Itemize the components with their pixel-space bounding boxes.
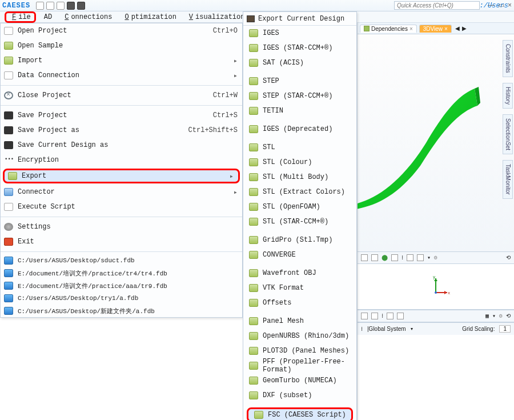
menu-label: Close Project bbox=[18, 91, 213, 99]
export-item[interactable]: STEP bbox=[243, 74, 356, 89]
save-icon bbox=[4, 111, 13, 119]
export-item[interactable]: STL (STAR-CCM+®) bbox=[243, 214, 356, 229]
menu-open-sample[interactable]: Open Sample bbox=[1, 38, 242, 53]
recent-files-list: C:/Users/ASUS/Desktop/sduct.fdb E:/docum… bbox=[1, 254, 242, 317]
recent-file-label: C:/Users/ASUS/Desktop/sduct.fdb bbox=[18, 257, 238, 264]
menu-import[interactable]: Import ▸ bbox=[1, 53, 242, 68]
recent-file[interactable]: C:/Users/ASUS/Desktop/sduct.fdb bbox=[1, 254, 242, 267]
export-item[interactable]: PLOT3D (Panel Meshes) bbox=[243, 343, 356, 358]
vp-tool-icon[interactable] bbox=[361, 313, 368, 319]
vp-tool-icon[interactable] bbox=[391, 254, 398, 261]
export-item[interactable]: TETIN bbox=[243, 103, 356, 118]
export-item[interactable]: IGES (Deprecated) bbox=[243, 122, 356, 137]
toolbar-save-icon[interactable] bbox=[67, 2, 75, 10]
side-tab-history[interactable]: History bbox=[503, 83, 513, 109]
toolbar-open-icon[interactable] bbox=[46, 2, 54, 10]
side-tab-constraints[interactable]: Constraints bbox=[503, 40, 513, 77]
export-item[interactable]: Panel Mesh bbox=[243, 314, 356, 329]
close-tab-icon[interactable]: × bbox=[444, 26, 448, 32]
vp-grid-icon[interactable]: ▦ bbox=[485, 313, 489, 319]
vp-tool-icon[interactable]: ▾ bbox=[427, 254, 431, 261]
grid-scaling-input[interactable]: 1 bbox=[499, 325, 511, 333]
menu-file[interactable]: File bbox=[5, 11, 36, 23]
export-item-label: STL (Colour) bbox=[263, 158, 352, 166]
close-tab-icon[interactable]: × bbox=[409, 26, 413, 32]
menu-execute-script[interactable]: Execute Script bbox=[1, 199, 242, 214]
export-item[interactable]: STL bbox=[243, 140, 356, 155]
recent-file[interactable]: E:/document/培训文件/practice/aaa/tr9.fdb bbox=[1, 279, 242, 292]
menu-open-project[interactable]: Open Project Ctrl+O bbox=[1, 23, 242, 38]
recent-file[interactable]: C:/Users/ASUS/Desktop/try1/a.fdb bbox=[1, 292, 242, 305]
vp-tool-icon[interactable]: ▾ bbox=[492, 313, 496, 319]
export-item[interactable]: GeomTurbo (NUMECA) bbox=[243, 373, 356, 388]
menu-save-project-as[interactable]: Save Project as Ctrl+Shift+S bbox=[1, 123, 242, 138]
export-item[interactable]: OpenNURBS (Rhino/3dm) bbox=[243, 329, 356, 343]
export-item[interactable]: IGES (STAR-CCM+®) bbox=[243, 41, 356, 55]
menu-cad[interactable]: AD bbox=[42, 13, 54, 22]
folder-icon bbox=[249, 107, 258, 115]
menu-visualization[interactable]: Visualization bbox=[184, 13, 247, 22]
recent-file[interactable]: C:/Users/ASUS/Desktop/新建文件夹/a.fdb bbox=[1, 305, 242, 317]
menu-shortcut: Ctrl+O bbox=[213, 27, 238, 35]
submenu-arrow-icon: ▸ bbox=[234, 188, 238, 197]
vp-tool-icon[interactable] bbox=[397, 313, 404, 319]
maximize-button[interactable]: ▭ bbox=[498, 1, 504, 9]
export-item[interactable]: DXF (subset) bbox=[243, 388, 356, 403]
vp-tool-icon[interactable]: ⟲ bbox=[506, 254, 511, 261]
tab-3dview[interactable]: 3DView × bbox=[419, 25, 452, 33]
menu-connections[interactable]: Connections bbox=[60, 13, 114, 22]
toolbar-saveall-icon[interactable] bbox=[77, 2, 85, 10]
export-item[interactable]: STL (Extract Colors) bbox=[243, 185, 356, 199]
vp-tool-icon[interactable]: ⟲ bbox=[506, 313, 511, 319]
export-item[interactable]: CONVERGE bbox=[243, 247, 356, 262]
menu-optimization[interactable]: Optimization bbox=[120, 13, 178, 22]
menu-settings[interactable]: Settings bbox=[1, 219, 242, 234]
viewport-3d[interactable] bbox=[358, 34, 514, 251]
close-button[interactable]: × bbox=[508, 1, 512, 9]
export-item[interactable]: VTK Format bbox=[243, 281, 356, 295]
tab-dependencies[interactable]: Dependencies × bbox=[360, 25, 417, 33]
folder-icon bbox=[249, 299, 258, 307]
tab-nav-prev[interactable]: ◀ bbox=[455, 25, 460, 31]
export-item[interactable]: GridPro (Stl.Tmp) bbox=[243, 233, 356, 247]
vp-tool-icon[interactable] bbox=[371, 254, 378, 261]
export-item[interactable]: Offsets bbox=[243, 295, 356, 310]
menu-label: Data Connection bbox=[18, 71, 230, 79]
menu-save-current-design-as[interactable]: Save Current Design as bbox=[1, 138, 242, 153]
toolbar-new-icon[interactable] bbox=[36, 2, 44, 10]
export-item[interactable]: PFF (Propeller-Free-Format) bbox=[243, 358, 356, 373]
export-item[interactable]: STEP (STAR-CCM+®) bbox=[243, 89, 356, 103]
quick-access-input[interactable] bbox=[394, 1, 480, 10]
side-tab-selectionset[interactable]: SelectionSet bbox=[503, 114, 513, 154]
vp-tool-icon[interactable] bbox=[387, 313, 393, 319]
vp-tool-icon[interactable] bbox=[361, 254, 368, 261]
export-item[interactable]: STL (Colour) bbox=[243, 155, 356, 170]
vp-tool-icon[interactable] bbox=[417, 254, 424, 261]
export-item[interactable]: Wavefront OBJ bbox=[243, 266, 356, 281]
coord-system-label[interactable]: |Global System bbox=[367, 326, 406, 332]
export-item[interactable]: SAT (ACIS) bbox=[243, 55, 356, 70]
menu-shortcut: Ctrl+Shift+S bbox=[188, 126, 238, 134]
menu-export[interactable]: Export ▸ bbox=[3, 169, 240, 183]
side-tab-taskmonitor[interactable]: TaskMonitor bbox=[503, 160, 513, 199]
menu-data-connection[interactable]: Data Connection ▸ bbox=[1, 68, 242, 83]
export-item[interactable]: FSC (CAESES Script) bbox=[247, 407, 353, 420]
menu-connector[interactable]: Connector ▸ bbox=[1, 185, 242, 199]
export-item[interactable]: STL (Multi Body) bbox=[243, 170, 356, 185]
tab-nav-next[interactable]: ▶ bbox=[462, 25, 467, 31]
vp-tool-icon[interactable] bbox=[371, 313, 378, 319]
menu-close-project[interactable]: Close Project Ctrl+W bbox=[1, 88, 242, 103]
folder-icon bbox=[249, 188, 258, 196]
vp-tool-icon[interactable] bbox=[407, 254, 413, 261]
toolbar-refresh-icon[interactable] bbox=[57, 2, 65, 10]
menu-encryption[interactable]: Encryption bbox=[1, 153, 242, 167]
vp-tool-icon[interactable]: ⚙ bbox=[434, 254, 437, 261]
minimize-button[interactable]: — bbox=[488, 1, 495, 9]
recent-file-icon bbox=[4, 294, 13, 302]
menu-exit[interactable]: Exit bbox=[1, 234, 242, 249]
recent-file[interactable]: E:/document/培训文件/practice/tr4/tr4.fdb bbox=[1, 267, 242, 279]
export-item[interactable]: IGES bbox=[243, 26, 356, 41]
export-item[interactable]: STL (OpenFOAM) bbox=[243, 199, 356, 214]
menu-save-project[interactable]: Save Project Ctrl+S bbox=[1, 108, 242, 123]
vp-tool-icon[interactable]: ⚙ bbox=[499, 313, 503, 319]
